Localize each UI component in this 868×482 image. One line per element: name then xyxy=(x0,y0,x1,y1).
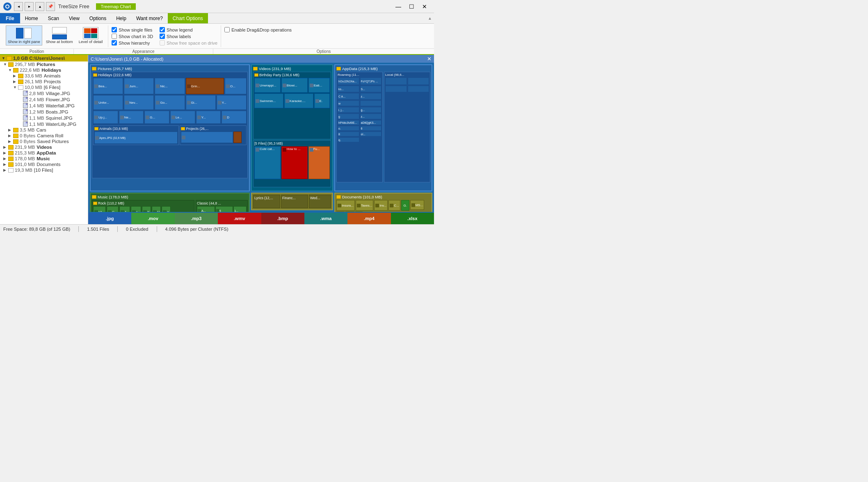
tm-cell-i[interactable]: i. j... xyxy=(338,107,359,113)
tm-cell-jum[interactable]: Jum... xyxy=(124,78,154,94)
tm-cell-y2[interactable]: Y... xyxy=(196,111,221,124)
tm-cell-g[interactable]: g... xyxy=(360,107,382,113)
tm-cell-cutecat[interactable]: Cute cat... xyxy=(254,146,281,179)
tm-cell-apes[interactable]: Apes.JPG (32,6 MB) xyxy=(94,132,178,144)
tree-row-documents[interactable]: ▶ 101,0 MB Documents xyxy=(0,161,88,167)
treemap-documents-block[interactable]: Documents (101,0 MB) Insura... Taxes... … xyxy=(334,193,432,212)
menu-file[interactable]: File xyxy=(0,13,20,23)
tm-cell-fsyq[interactable]: FsYQTJPs ... xyxy=(360,77,382,85)
tree-row-savedpictures[interactable]: ▶ 0 Bytes Saved Pictures xyxy=(0,139,88,144)
tm-cell-swimmin[interactable]: Swimmin... xyxy=(254,93,283,108)
tm-cell-ca[interactable]: C A... xyxy=(338,93,359,100)
tm-cell-ol[interactable]: ol... xyxy=(360,132,382,136)
tm-cell-d[interactable]: D xyxy=(222,111,247,124)
holidays-subblock[interactable]: Holidays (222,6 MB) Bea... Jum... Nic. xyxy=(92,72,248,178)
show-single-files-check[interactable]: Show single files xyxy=(112,27,153,32)
tm-cell-hooj[interactable]: hOoJ2N1Na... xyxy=(338,77,359,85)
tree-row-waterfall[interactable]: 1,4 MB Waterfall.JPG xyxy=(0,102,88,109)
tm-cell-proj2[interactable] xyxy=(233,132,242,143)
tm-cell-hp4[interactable]: hP4dvJIv6IE... xyxy=(338,120,359,125)
up-button[interactable]: ▴ xyxy=(35,2,44,11)
ribbon-collapse[interactable]: ▲ xyxy=(426,13,434,23)
tm-cell-go[interactable]: Go... xyxy=(155,95,185,110)
tree-row-squirrel[interactable]: 1,1 MB Squirrel.JPG xyxy=(0,115,88,121)
tm-cell-g[interactable]: G... xyxy=(144,111,169,124)
treemap-docs-mid[interactable]: Lyrics (12,... Financ... Wed... xyxy=(251,193,333,210)
5files-subblock[interactable]: [5 Files] (95,3 MB) Cute cat... How to .… xyxy=(253,140,331,187)
rock-subblock[interactable]: Rock (110,2 MB) k3... C... J... xyxy=(92,200,194,212)
tm-cell-howto[interactable]: How to ... xyxy=(281,146,308,179)
tm-cell-ks[interactable]: ks... xyxy=(338,86,359,92)
tm-cell-ms[interactable]: MS... xyxy=(410,200,425,210)
enable-dragdrop-check[interactable]: Enable Drag&Drop operations xyxy=(224,27,292,32)
tree-row-music[interactable]: ▶ 178,0 MB Music xyxy=(0,156,88,161)
tm-cell-z2[interactable]: z... xyxy=(360,114,382,119)
lyrics-subblock[interactable]: Lyrics (12,... xyxy=(253,195,280,208)
tm-cell-bracket[interactable]: [... xyxy=(336,211,345,212)
animals-subblock[interactable]: Animals (33,6 MB) Apes.JPG (32,6 MB) xyxy=(93,125,179,145)
tree-row-cameraroll[interactable]: ▶ 0 Bytes Camera Roll xyxy=(0,133,88,139)
tm-cell-nev[interactable]: Nev... xyxy=(124,95,154,110)
roaming-subblock[interactable]: Roaming (11... hOoJ2N1Na... FsYQTJPs ...… xyxy=(336,72,383,182)
tm-cell-l4[interactable] xyxy=(408,86,429,92)
close-button[interactable]: ✕ xyxy=(418,2,431,11)
tm-cell-h[interactable]: H xyxy=(152,206,161,212)
show-hierarchy-check[interactable]: Show hierarchy xyxy=(112,40,153,45)
tm-cell-a[interactable]: A... xyxy=(197,206,215,212)
show-legend-check[interactable]: Show legend xyxy=(160,27,217,32)
legend-bmp[interactable]: .bmp xyxy=(261,213,304,224)
tm-cell-q2[interactable]: q. xyxy=(338,137,359,142)
show-labels-check[interactable]: Show labels xyxy=(160,34,217,39)
treemap-appdata-block[interactable]: AppData (215,3 MB) Roaming (11... hOoJ2N… xyxy=(334,64,432,191)
treemap-music-block[interactable]: Music (178,0 MB) Rock (110,2 MB) k3... xyxy=(90,193,250,212)
tm-cell-y[interactable]: Y... xyxy=(217,95,247,110)
tm-cell-s[interactable]: S... xyxy=(360,86,382,92)
tm-cell-adt[interactable]: aDtlQgKS... xyxy=(360,120,382,125)
tm-cell-l3[interactable] xyxy=(385,86,407,92)
legend-xlsx[interactable]: .xlsx xyxy=(391,213,434,224)
tm-cell-e[interactable]: E. xyxy=(314,93,330,108)
tree-row-boats[interactable]: 1,2 MB Boats.JPG xyxy=(0,109,88,115)
tree-row-10files[interactable]: ▶ 19,3 MB [10 Files] xyxy=(0,167,88,173)
tm-cell-proj1[interactable] xyxy=(181,132,233,143)
treemap-videos-block[interactable]: Videos (231,9 MB) Birthday Party (136,6 … xyxy=(251,64,333,191)
menu-wantmore[interactable]: Want more? xyxy=(131,13,168,23)
tm-cell-g-docs[interactable]: G. xyxy=(401,200,409,211)
tree-row-cars[interactable]: ▶ 3,5 MB Cars xyxy=(0,127,88,133)
tm-cell-blow[interactable]: Blowi... xyxy=(281,78,308,93)
menu-chartoptions[interactable]: Chart Options xyxy=(168,13,208,23)
tm-cell-blank[interactable] xyxy=(360,100,382,106)
tm-cell-fu[interactable]: Fu... xyxy=(308,146,330,179)
menu-scan[interactable]: Scan xyxy=(43,13,64,23)
tm-cell-c[interactable]: C... xyxy=(107,206,118,212)
maximize-button[interactable]: ☐ xyxy=(405,2,418,11)
tm-cell-0docs[interactable]: 0. xyxy=(355,211,363,212)
tm-cell-q[interactable]: q xyxy=(162,206,171,212)
legend-wmv[interactable]: .wmv xyxy=(218,213,261,224)
menu-help[interactable]: Help xyxy=(111,13,131,23)
tree-row-village[interactable]: 2,8 MB Village.JPG xyxy=(0,90,88,96)
tree-row-videos[interactable]: ▶ 231,9 MB Videos xyxy=(0,144,88,150)
show-chart-3d-check[interactable]: Show chart in 3D xyxy=(112,34,153,39)
tm-cell-upj[interactable]: Up.j... xyxy=(93,111,118,124)
tm-cell-o2[interactable]: o. xyxy=(338,126,359,131)
tree-row-appdata[interactable]: ▶ 215,3 MB AppData xyxy=(0,150,88,156)
pin-button[interactable]: 📌 xyxy=(46,2,55,11)
treemap-pictures-block[interactable]: Pictures (295,7 MB) Holidays (222,6 MB) … xyxy=(90,64,250,191)
wed-subblock[interactable]: Wed... xyxy=(309,195,331,208)
legend-mp4[interactable]: .mp4 xyxy=(347,213,391,224)
tm-cell-5[interactable]: 5 xyxy=(215,206,233,212)
tm-cell-6[interactable]: 6 xyxy=(360,126,382,131)
minimize-button[interactable]: — xyxy=(392,2,404,11)
legend-jpg[interactable]: .jpg xyxy=(88,213,131,224)
tm-cell-gi[interactable]: Gi... xyxy=(186,95,216,110)
tm-cell-inv[interactable]: Inv... xyxy=(374,200,388,211)
tree-panel[interactable]: ▼ 1,0 GB C:\Users\Jones\ ▼ 295,7 MB Pict… xyxy=(0,55,88,224)
legend-mp3[interactable]: .mp3 xyxy=(175,213,218,224)
tm-cell-l2[interactable] xyxy=(408,77,429,85)
tm-cell-k[interactable]: K xyxy=(142,206,151,212)
forward-button[interactable]: ▸ xyxy=(25,2,34,11)
menu-options[interactable]: Options xyxy=(85,13,111,23)
legend-wma[interactable]: .wma xyxy=(304,213,347,224)
show-in-right-pane-button[interactable]: Show in right pane xyxy=(6,25,42,45)
